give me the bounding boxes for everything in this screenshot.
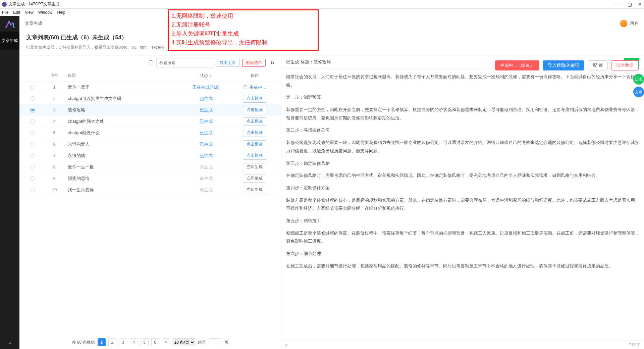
row-title: 甜蜜的恋情 xyxy=(68,176,179,182)
export-articles-button[interactable]: 导出文章 xyxy=(216,59,239,67)
preview-path-indicator: p xyxy=(285,343,287,347)
preview-content[interactable]: 随着社会的发展，人们对于居住环境的要求也越来越高。装修成为了每个人都需要面对的问… xyxy=(281,69,644,340)
preview-button[interactable]: 点击预览 xyxy=(243,152,266,160)
side-tag-log[interactable]: 日志 xyxy=(633,74,644,85)
sidebar-item-label: 文章生成 xyxy=(2,38,18,44)
row-radio[interactable] xyxy=(30,176,35,181)
col-header-title: 标题 xyxy=(68,73,179,79)
table-row[interactable]: 4 chatgpt的强大之处 已生成 点击预览 xyxy=(19,116,281,127)
window-title: 文章生成 - 147GPT文章生成 xyxy=(9,1,59,7)
col-header-status[interactable]: 状态 ▲▼ xyxy=(179,73,233,79)
menu-file[interactable]: File xyxy=(2,10,8,15)
row-radio[interactable] xyxy=(30,108,35,112)
generate-button[interactable]: 立即生成 xyxy=(243,163,266,171)
app-logo-icon xyxy=(3,17,17,32)
preview-button[interactable]: 点击预览 xyxy=(243,140,266,148)
status-text: 未生成 xyxy=(200,187,213,192)
pager-page-1[interactable]: 1 xyxy=(98,338,106,346)
pager-total: 共 60 条数据 xyxy=(72,340,95,345)
status-text: 正在生成(718) xyxy=(192,85,220,90)
sort-caret-icon: ▲▼ xyxy=(209,74,212,78)
config-button[interactable]: 配 置 xyxy=(588,60,608,70)
status-text: 已生成 xyxy=(200,96,213,101)
generate-button[interactable]: 立即生成 xyxy=(243,174,266,183)
row-title: 爱你一生一世 xyxy=(68,164,179,170)
clear-data-button[interactable]: 清空数据 xyxy=(611,60,639,70)
status-text: 已生成 xyxy=(200,153,213,158)
preview-button[interactable]: 点击预览 xyxy=(243,95,266,103)
row-radio[interactable] xyxy=(30,142,35,147)
preview-button[interactable]: 点击预览 xyxy=(243,106,266,114)
sidebar-collapse-button[interactable]: « xyxy=(4,336,15,349)
status-text: 已生成 xyxy=(200,142,213,147)
row-index: 7 xyxy=(41,153,68,158)
col-header-action: 操作 xyxy=(233,73,276,79)
preview-title: 已生成 标题：装修攻略 xyxy=(286,59,331,65)
table-row[interactable]: 6 永恒的爱人 已生成 点击预览 xyxy=(19,139,281,150)
row-radio[interactable] xyxy=(30,119,35,124)
window-close-button[interactable]: ✕ xyxy=(638,2,642,7)
row-radio[interactable] xyxy=(30,188,35,192)
row-radio[interactable] xyxy=(30,96,35,101)
import-keywords-button[interactable]: 导入标题/关键词 xyxy=(543,60,585,70)
table-row[interactable]: 10 我一生只爱你 未生成 立即生成 xyxy=(19,184,281,196)
loading-spinner-icon xyxy=(148,60,154,65)
user-badge[interactable]: 用户 xyxy=(620,20,639,27)
row-radio[interactable] xyxy=(30,131,35,135)
preview-paragraph: 在确定装修风格时，需要考虑自己的生活方式、审美观和实际情况。因此，在确定装修风格… xyxy=(286,171,639,180)
pager-per-page-select[interactable]: 10 条/页 xyxy=(173,338,195,346)
table-body: 1 爱你一辈子 正在生成(718) 生成中... 2 chatgpt可以批量生成… xyxy=(19,82,281,336)
preview-paragraph: 第一步：制定预算 xyxy=(286,93,639,102)
table-row[interactable]: 5 chatgpt能做什么 已生成 点击预览 xyxy=(19,127,281,139)
pager-page-6[interactable]: 6 xyxy=(151,338,159,346)
page-title: 文章列表(60) 已生成（6）未生成（54） xyxy=(26,34,637,41)
delete-selected-button[interactable]: 删除选中 xyxy=(242,59,266,67)
table-row[interactable]: 8 爱你一生一世 未生成 立即生成 xyxy=(19,161,281,173)
row-radio[interactable] xyxy=(30,153,35,158)
row-index: 1 xyxy=(41,85,68,90)
pager-page-3[interactable]: 3 xyxy=(119,338,127,346)
app-icon xyxy=(2,2,7,7)
pager-jump-input[interactable] xyxy=(209,338,222,346)
window-maximize-button[interactable]: ▢ xyxy=(628,2,632,7)
preview-paragraph: 精细施工是整个装修过程的保证。在装修过程中，需要注重每个细节，每个节点的把控和监… xyxy=(286,229,639,246)
menu-view[interactable]: View xyxy=(25,10,34,15)
generating-end-button[interactable]: 生成中...（结束） xyxy=(495,60,539,70)
window-minimize-button[interactable]: — xyxy=(617,2,622,7)
spinner-icon xyxy=(243,85,247,89)
preview-paragraph: 在施工完成后，需要对细节进行处理，包括家居用品的搭配、装修的修补等环节。同时也需… xyxy=(286,262,639,270)
preview-paragraph: 第六步：细节处理 xyxy=(286,250,639,258)
table-row[interactable]: 7 永恒的情 已生成 点击预览 xyxy=(19,150,281,161)
preview-button[interactable]: 点击预览 xyxy=(243,117,266,126)
side-tag-article[interactable]: 文章 xyxy=(633,87,644,97)
generate-button[interactable]: 立即生成 xyxy=(243,186,266,194)
pager-page-5[interactable]: 5 xyxy=(141,338,149,346)
sidebar-item-article-gen[interactable]: 文章生成 xyxy=(0,32,19,50)
search-input[interactable] xyxy=(156,58,213,67)
row-radio[interactable] xyxy=(30,85,35,90)
menu-edit[interactable]: Edit xyxy=(13,10,20,15)
preview-button[interactable]: 点击预览 xyxy=(243,129,266,137)
pager-next-button[interactable]: > xyxy=(162,338,170,346)
menu-window[interactable]: Window xyxy=(38,10,53,15)
row-radio[interactable] xyxy=(30,165,35,169)
pager-page-4[interactable]: 4 xyxy=(130,338,138,346)
refresh-icon[interactable]: ↻ xyxy=(268,59,276,67)
pager-page-2[interactable]: 2 xyxy=(108,338,116,346)
row-index: 4 xyxy=(41,119,68,124)
row-title: 永恒的情 xyxy=(68,153,179,159)
preview-paragraph: 第三步：确定装修风格 xyxy=(286,159,639,168)
table-row[interactable]: 1 爱你一辈子 正在生成(718) 生成中... xyxy=(19,82,281,93)
table-row[interactable]: 9 甜蜜的恋情 未生成 立即生成 xyxy=(19,173,281,184)
row-index: 5 xyxy=(41,130,68,135)
promo-line-1: 1.无网络限制，极速使用 xyxy=(171,16,315,20)
preview-paragraph: 装修需要一定的资金，因此在开始之前，先要制定一个装修预算。根据自身的经济状况和装… xyxy=(286,106,639,122)
table-row[interactable]: 3 装修攻略 已生成 点击预览 xyxy=(19,104,281,116)
preview-paragraph: 第二步：寻找装修公司 xyxy=(286,126,639,135)
table-row[interactable]: 2 chatgpt可以批量生成文章吗 已生成 点击预览 xyxy=(19,93,281,104)
action-generating: 生成中... xyxy=(249,84,266,90)
promo-line-3: 3.导入关键词即可批量生成 xyxy=(171,30,315,38)
avatar xyxy=(620,20,627,27)
sidebar: 文章生成 « xyxy=(0,16,19,349)
menu-help[interactable]: Help xyxy=(57,10,66,15)
